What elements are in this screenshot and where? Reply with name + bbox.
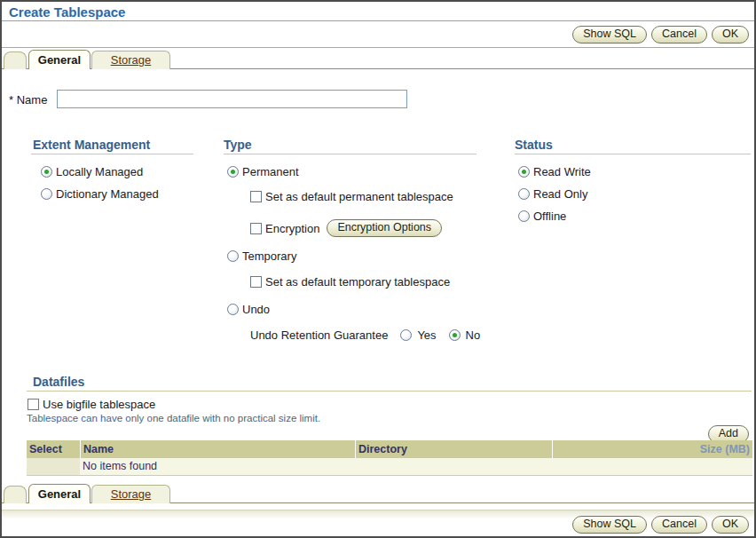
default-temporary-checkbox[interactable] — [250, 276, 262, 288]
read-only-label: Read Only — [533, 187, 587, 201]
default-permanent-checkbox[interactable] — [250, 191, 262, 202]
undo-radio[interactable] — [227, 304, 239, 315]
temporary-label: Temporary — [242, 249, 296, 263]
extent-management-header: Extent Management — [33, 138, 150, 152]
tab-storage-link[interactable]: Storage — [111, 53, 152, 67]
undo-retention-no-label: No — [466, 328, 481, 342]
type-header: Type — [224, 138, 252, 152]
locally-managed-label: Locally Managed — [56, 165, 143, 178]
buttons-divider — [2, 47, 754, 48]
radio-row-temporary: Temporary — [227, 249, 296, 263]
datafiles-header: Datafiles — [33, 375, 84, 389]
bottom-ok-button[interactable]: OK — [712, 516, 749, 534]
tab-storage[interactable]: Storage — [91, 51, 170, 69]
column-header-size: Size (MB) — [552, 440, 752, 458]
radio-row-undo: Undo — [227, 303, 270, 316]
permanent-radio[interactable] — [227, 166, 239, 178]
bottom-tab-storage[interactable]: Storage — [91, 485, 170, 503]
show-sql-button[interactable]: Show SQL — [572, 26, 647, 44]
name-field-label: * Name — [9, 93, 47, 107]
checkbox-row-default-permanent: Set as default permanent tablespace — [250, 190, 453, 203]
column-header-select: Select — [27, 440, 80, 458]
ok-button[interactable]: OK — [712, 26, 749, 44]
page-title: Create Tablespace — [9, 4, 125, 20]
type-rule — [224, 154, 476, 154]
table-row-empty: No items found — [27, 458, 752, 476]
cancel-button[interactable]: Cancel — [651, 26, 707, 44]
column-header-name: Name — [80, 440, 355, 458]
offline-label: Offline — [533, 210, 566, 223]
status-rule — [515, 154, 751, 154]
empty-select-cell — [27, 458, 80, 475]
encryption-label: Encryption — [265, 222, 319, 235]
undo-label: Undo — [242, 303, 270, 316]
read-write-radio[interactable] — [518, 166, 530, 178]
undo-retention-label: Undo Retention Guarantee — [250, 328, 388, 342]
read-write-label: Read Write — [533, 165, 591, 178]
bigfile-hint: Tablespace can have only one datafile wi… — [27, 413, 320, 423]
radio-row-read-write: Read Write — [518, 165, 591, 178]
offline-radio[interactable] — [518, 210, 530, 222]
empty-directory-cell — [355, 458, 552, 475]
top-action-buttons: Show SQL Cancel OK — [572, 26, 749, 44]
radio-row-dictionary-managed: Dictionary Managed — [41, 187, 159, 201]
create-tablespace-page: Create Tablespace Show SQL Cancel OK Gen… — [0, 0, 756, 538]
read-only-radio[interactable] — [518, 188, 530, 200]
name-label-text: Name — [17, 93, 48, 107]
dictionary-managed-label: Dictionary Managed — [56, 187, 159, 201]
empty-size-cell — [552, 458, 752, 475]
undo-retention-row: Undo Retention Guarantee Yes No — [250, 328, 480, 342]
top-tab-bar: General Storage — [2, 49, 754, 69]
undo-retention-yes-radio[interactable] — [400, 329, 412, 341]
datafiles-table: Select Name Directory Size (MB) No items… — [27, 440, 752, 476]
encryption-options-button[interactable]: Encryption Options — [327, 219, 442, 237]
radio-row-read-only: Read Only — [518, 187, 587, 201]
bottom-tab-bar: General Storage — [2, 483, 754, 503]
bottom-tab-storage-link[interactable]: Storage — [111, 487, 152, 501]
required-marker: * — [9, 93, 13, 107]
name-input[interactable] — [57, 90, 407, 108]
undo-retention-no-radio[interactable] — [449, 329, 461, 341]
radio-row-permanent: Permanent — [227, 165, 299, 178]
temporary-radio[interactable] — [227, 250, 239, 262]
radio-row-locally-managed: Locally Managed — [41, 165, 143, 178]
title-divider — [2, 20, 754, 21]
locally-managed-radio[interactable] — [41, 166, 52, 178]
extent-management-rule — [31, 154, 193, 154]
bottom-cancel-button[interactable]: Cancel — [651, 516, 707, 534]
checkbox-row-default-temporary: Set as default temporary tablespace — [250, 275, 450, 289]
radio-row-offline: Offline — [518, 210, 566, 223]
tab-general[interactable]: General — [28, 50, 91, 69]
checkbox-row-encryption: Encryption Encryption Options — [250, 219, 442, 237]
permanent-label: Permanent — [242, 165, 299, 178]
default-temporary-label: Set as default temporary tablespace — [265, 275, 450, 289]
bottom-show-sql-button[interactable]: Show SQL — [572, 516, 647, 534]
datafiles-rule — [27, 391, 752, 392]
bigfile-label: Use bigfile tablespace — [43, 398, 155, 411]
encryption-checkbox[interactable] — [250, 223, 262, 234]
undo-retention-yes-label: Yes — [417, 328, 436, 342]
column-header-directory: Directory — [355, 440, 552, 458]
bottom-tab-general[interactable]: General — [28, 484, 91, 503]
bottom-action-buttons: Show SQL Cancel OK — [572, 516, 749, 534]
empty-message-cell: No items found — [80, 458, 355, 475]
default-permanent-label: Set as default permanent tablespace — [265, 190, 453, 203]
status-header: Status — [515, 138, 553, 152]
dictionary-managed-radio[interactable] — [41, 188, 52, 200]
bottom-tab-stub — [4, 486, 27, 503]
datafiles-table-header: Select Name Directory Size (MB) — [27, 440, 752, 458]
checkbox-row-bigfile: Use bigfile tablespace — [28, 398, 155, 411]
bigfile-checkbox[interactable] — [28, 399, 39, 410]
tab-stub — [4, 51, 27, 69]
